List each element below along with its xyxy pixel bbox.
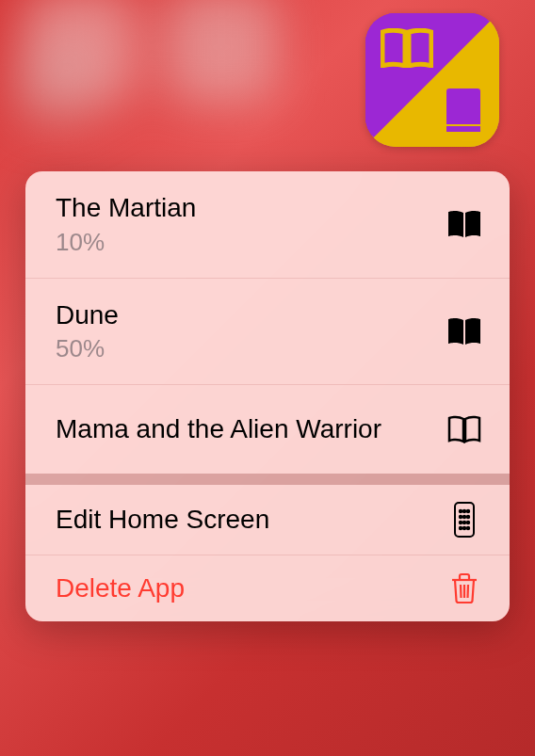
- book-title: Dune: [56, 299, 427, 331]
- system-actions-section: Edit Home Screen: [25, 485, 510, 621]
- apps-grid-icon: [446, 502, 483, 538]
- book-title: The Martian: [56, 192, 427, 224]
- svg-point-15: [463, 527, 465, 529]
- book-shortcuts-section: The Martian 10% Dune 50%: [25, 171, 510, 474]
- book-progress: 10%: [56, 228, 427, 257]
- app-icon[interactable]: [365, 13, 499, 147]
- open-book-icon: [381, 28, 433, 68]
- book-progress: 50%: [56, 334, 427, 363]
- delete-app-button[interactable]: Delete App: [25, 555, 510, 621]
- edit-home-screen-button[interactable]: Edit Home Screen: [25, 485, 510, 555]
- book-title: Mama and the Alien Warrior: [56, 406, 427, 453]
- svg-rect-4: [455, 503, 474, 537]
- svg-line-17: [461, 585, 462, 598]
- svg-point-12: [463, 522, 465, 523]
- reading-book-icon: [446, 210, 483, 238]
- menu-label: Edit Home Screen: [56, 504, 427, 536]
- svg-rect-3: [446, 126, 480, 132]
- svg-line-19: [468, 585, 469, 598]
- svg-point-6: [463, 510, 465, 512]
- svg-point-14: [460, 527, 462, 529]
- closed-book-icon: [446, 88, 480, 132]
- unread-book-icon: [446, 415, 483, 443]
- svg-point-13: [467, 522, 469, 523]
- svg-point-5: [460, 510, 462, 512]
- reading-book-icon: [446, 317, 483, 346]
- svg-point-16: [467, 527, 469, 529]
- book-item[interactable]: Dune 50%: [25, 279, 510, 386]
- svg-point-9: [463, 516, 465, 518]
- menu-label: Delete App: [56, 572, 427, 604]
- section-divider: [25, 474, 510, 485]
- book-item[interactable]: The Martian 10%: [25, 171, 510, 279]
- trash-icon: [446, 572, 483, 604]
- context-menu: The Martian 10% Dune 50%: [25, 171, 510, 621]
- svg-point-7: [467, 510, 469, 512]
- svg-point-10: [467, 516, 469, 518]
- svg-point-11: [460, 522, 462, 523]
- svg-point-8: [460, 516, 462, 518]
- book-item[interactable]: Mama and the Alien Warrior: [25, 385, 510, 474]
